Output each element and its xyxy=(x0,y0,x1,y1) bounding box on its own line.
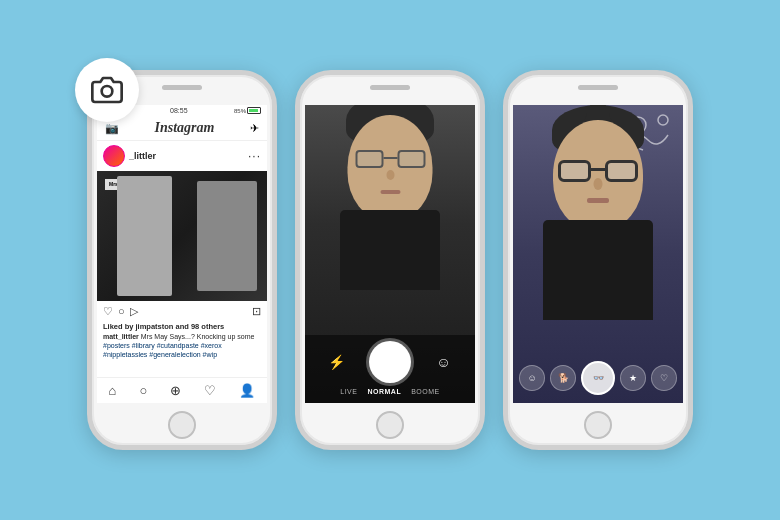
caption-text: Mrs May Says...? Knocking up some xyxy=(141,333,255,340)
time-label: 08:55 xyxy=(170,107,188,114)
shutter-button[interactable] xyxy=(369,341,411,383)
selfie-background: ⚡ ☺ LIVE NORMAL BOOME xyxy=(305,105,475,403)
caption-hashtags: #posters #library #cutandpaste #xerox #n… xyxy=(103,342,222,358)
ar-mouth xyxy=(587,198,609,203)
home-button-middle[interactable] xyxy=(376,411,404,439)
home-button-left[interactable] xyxy=(168,411,196,439)
post-likes: Liked by jimpatston and 98 others xyxy=(97,322,267,332)
ar-face-area xyxy=(533,110,663,320)
nav-profile-icon[interactable]: 👤 xyxy=(239,383,255,398)
camera-icon-overlay xyxy=(75,58,139,122)
post-image-figure xyxy=(117,176,172,296)
post-header: _littler ··· xyxy=(97,141,267,171)
ar-screen-bg: ☺ 🐕 👓 ★ ♡ xyxy=(513,105,683,403)
camera-btn[interactable]: 📷 xyxy=(105,122,119,135)
nose xyxy=(386,170,394,180)
nav-add-icon[interactable]: ⊕ xyxy=(170,383,181,398)
face-hair-spiky xyxy=(370,105,410,110)
battery-fill xyxy=(249,109,258,112)
filter-selector-row: ☺ 🐕 👓 ★ ♡ xyxy=(513,361,683,395)
ar-filter-screen: ☺ 🐕 👓 ★ ♡ xyxy=(513,105,683,403)
nav-home-icon[interactable]: ⌂ xyxy=(109,383,117,398)
camera-bottom-ui: ⚡ ☺ LIVE NORMAL BOOME xyxy=(305,335,475,403)
post-image-person xyxy=(197,181,257,291)
battery-indicator: 85% xyxy=(234,107,261,114)
battery-bar xyxy=(247,107,261,114)
ar-glasses-left xyxy=(558,160,591,182)
nav-search-icon[interactable]: ○ xyxy=(139,383,147,398)
phone-left: mobile 08:55 85% 📷 Instagram ✈ xyxy=(87,70,277,450)
battery-percentage: 85% xyxy=(234,108,246,114)
instagram-nav: ⌂ ○ ⊕ ♡ 👤 xyxy=(97,377,267,403)
camera-selfie-screen: ⚡ ☺ LIVE NORMAL BOOME xyxy=(305,105,475,403)
post-more-icon[interactable]: ··· xyxy=(248,149,261,163)
post-actions-left: ♡ ○ ▷ xyxy=(103,305,138,318)
face-oval xyxy=(348,115,433,220)
mode-boomerang[interactable]: BOOME xyxy=(411,388,440,395)
filter-item-glasses[interactable]: 👓 xyxy=(581,361,615,395)
nav-heart-icon[interactable]: ♡ xyxy=(204,383,216,398)
bookmark-icon[interactable]: ⊡ xyxy=(252,305,261,318)
ar-nose xyxy=(594,178,603,190)
filter-item-heart[interactable]: ♡ xyxy=(651,365,677,391)
home-button-right[interactable] xyxy=(584,411,612,439)
flash-button[interactable]: ⚡ xyxy=(326,351,348,373)
mode-live[interactable]: LIVE xyxy=(340,388,357,395)
post-image: Mrs May says xyxy=(97,171,267,301)
glasses-right-frame xyxy=(397,150,425,168)
ar-glasses-right xyxy=(605,160,638,182)
header-icons: ✈ xyxy=(250,122,259,135)
camera-controls: ⚡ ☺ xyxy=(305,341,475,383)
post-image-inner: Mrs May says xyxy=(97,171,267,301)
filter-item-star[interactable]: ★ xyxy=(620,365,646,391)
instagram-screen: mobile 08:55 85% 📷 Instagram ✈ xyxy=(97,105,267,403)
caption-username: matt_littler xyxy=(103,333,139,340)
filter-button[interactable]: ☺ xyxy=(432,351,454,373)
post-username: _littler xyxy=(129,151,156,161)
face-glasses xyxy=(355,150,425,168)
filter-item-face[interactable]: ☺ xyxy=(519,365,545,391)
ar-face-shirt xyxy=(543,220,653,320)
svg-point-0 xyxy=(102,86,113,97)
post-actions: ♡ ○ ▷ ⊡ xyxy=(97,301,267,322)
glasses-bridge xyxy=(383,157,397,159)
filter-item-dog[interactable]: 🐕 xyxy=(550,365,576,391)
post-user: _littler xyxy=(103,145,156,167)
ar-face-oval xyxy=(553,120,643,230)
face-area xyxy=(330,115,450,315)
share-icon[interactable]: ▷ xyxy=(130,305,138,318)
comment-icon[interactable]: ○ xyxy=(118,305,125,318)
phone-right: ☺ 🐕 👓 ★ ♡ xyxy=(503,70,693,450)
mouth xyxy=(380,190,400,194)
post-avatar xyxy=(103,145,125,167)
like-icon[interactable]: ♡ xyxy=(103,305,113,318)
camera-modes: LIVE NORMAL BOOME xyxy=(305,388,475,395)
camera-icon xyxy=(91,74,123,106)
phone-middle: ⚡ ☺ LIVE NORMAL BOOME xyxy=(295,70,485,450)
mode-normal[interactable]: NORMAL xyxy=(367,388,401,395)
instagram-header: 📷 Instagram ✈ xyxy=(97,116,267,141)
instagram-logo: Instagram xyxy=(155,120,215,136)
post-caption: matt_littler Mrs May Says...? Knocking u… xyxy=(97,332,267,362)
glasses-left-frame xyxy=(355,150,383,168)
face-shirt xyxy=(340,210,440,290)
send-icon[interactable]: ✈ xyxy=(250,122,259,135)
ar-glasses-bridge xyxy=(591,168,605,171)
